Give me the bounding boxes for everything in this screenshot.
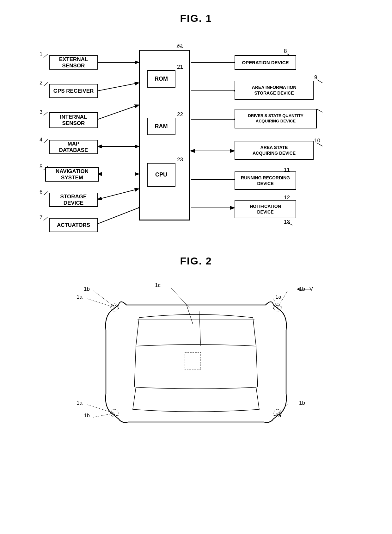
- svg-line-1: [44, 82, 48, 86]
- ref-4: 4: [40, 137, 42, 143]
- fig2-1b-bottomright: 1b: [299, 400, 305, 406]
- svg-line-5: [44, 191, 48, 195]
- svg-line-26: [317, 109, 322, 112]
- fig2-1b-bottomleft: 1b: [84, 413, 90, 419]
- svg-line-13: [98, 208, 138, 224]
- map-database-box: MAP DATABASE: [49, 140, 98, 154]
- internal-sensor-box: INTERNAL SENSOR: [49, 112, 98, 128]
- navigation-system-box: NAVIGATION SYSTEM: [45, 167, 99, 182]
- svg-line-9: [98, 105, 138, 119]
- svg-line-33: [199, 311, 201, 346]
- fig2-1a-topright: 1a: [275, 294, 281, 300]
- cpu-num: 23: [177, 157, 183, 163]
- page: FIG. 1: [0, 0, 392, 534]
- ref-10b: 10: [314, 138, 320, 144]
- svg-rect-36: [185, 352, 201, 370]
- ref-6: 6: [40, 189, 42, 195]
- notification-device-box: NOTIFICATIONDEVICE: [235, 200, 296, 218]
- svg-line-2: [44, 112, 48, 115]
- svg-point-38: [274, 304, 281, 311]
- fig2-1a-topleft: 1a: [77, 294, 83, 300]
- fig2-1a-bottomleft: 1a: [77, 400, 83, 406]
- ref-8: 8: [284, 48, 287, 54]
- ref-7: 7: [40, 214, 42, 220]
- drivers-state-box: DRIVER'S STATE QUANTITYACQUIRING DEVICE: [235, 109, 317, 128]
- svg-line-0: [44, 54, 48, 58]
- fig2-1b-topleft: 1b: [84, 286, 90, 292]
- ecu-number: 20: [176, 43, 182, 49]
- svg-line-8: [98, 83, 138, 91]
- external-sensor-box: EXTERNAL SENSOR: [49, 55, 98, 70]
- fig1-title: FIG. 1: [0, 0, 392, 24]
- svg-line-3: [44, 139, 48, 143]
- svg-line-35: [256, 346, 258, 387]
- area-info-storage-box: AREA INFORMATIONSTORAGE DEVICE: [235, 81, 314, 100]
- fig2-1a-bottomright: 1a: [275, 413, 281, 419]
- rom-num: 21: [177, 64, 183, 70]
- actuators-box: ACTUATORS: [49, 218, 98, 232]
- storage-device-box: STORAGE DEVICE: [49, 193, 98, 207]
- area-state-box: AREA STATEACQUIRING DEVICE: [235, 141, 314, 160]
- fig1-diagram: 1 2 3 4 5 6 7 EXTERNAL SENSOR GPS RECEIV…: [22, 31, 370, 246]
- cpu-box: CPU: [147, 163, 175, 187]
- ref-1: 1: [40, 51, 42, 58]
- svg-line-34: [134, 346, 136, 387]
- ram-box: RAM: [147, 118, 175, 135]
- rom-box: ROM: [147, 70, 175, 88]
- svg-line-12: [98, 189, 138, 199]
- ref-5: 5: [40, 164, 42, 170]
- ref-3: 3: [40, 109, 42, 115]
- running-recording-box: RUNNING RECORDINGDEVICE: [235, 171, 296, 190]
- fig2-title: FIG. 2: [0, 246, 392, 267]
- ref-9: 9: [314, 74, 317, 81]
- operation-device-box: OPERATION DEVICE: [235, 55, 296, 70]
- ref-13: 13: [284, 219, 290, 225]
- svg-line-6: [44, 217, 48, 220]
- svg-point-37: [111, 304, 118, 311]
- fig2-diagram: V 1b 1a 1c 1a 1b 1a 1b 1b 1a: [70, 273, 322, 438]
- ram-num: 22: [177, 111, 183, 118]
- gps-receiver-box: GPS RECEIVER: [49, 84, 98, 98]
- svg-line-25: [317, 80, 322, 83]
- fig2-1c: 1c: [155, 282, 161, 289]
- ref-2: 2: [40, 80, 42, 86]
